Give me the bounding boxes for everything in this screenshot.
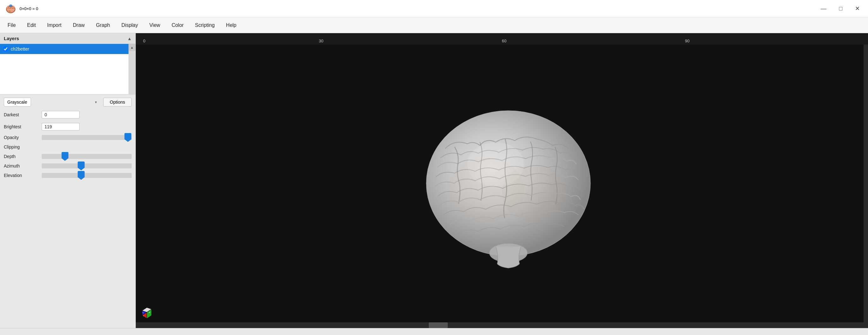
close-button[interactable]: ✕ (852, 4, 863, 13)
app-icon (5, 3, 17, 14)
status-bar (0, 328, 868, 335)
elevation-row: Elevation (4, 173, 132, 178)
elevation-slider-thumb[interactable] (78, 171, 85, 180)
opacity-label: Opacity (4, 135, 38, 140)
layers-scroll-up[interactable]: ▲ (128, 44, 135, 51)
menu-item-color[interactable]: Color (166, 21, 188, 30)
depth-row: Depth (4, 154, 132, 159)
app-title: 0×0×0 = 0 (20, 6, 38, 11)
menu-item-scripting[interactable]: Scripting (190, 21, 220, 30)
title-bar: 0×0×0 = 0 — □ ✕ (0, 0, 868, 18)
darkest-row: Darkest 0 (4, 111, 132, 118)
ruler-tick: 90 (685, 38, 689, 43)
azimuth-label: Azimuth (4, 163, 38, 168)
ruler: 0306090 (136, 33, 868, 45)
opacity-slider-thumb[interactable] (124, 133, 131, 142)
ruler-tick: 0 (143, 38, 145, 43)
menu-item-view[interactable]: View (144, 21, 165, 30)
clipping-label: Clipping (4, 144, 38, 149)
menu-item-import[interactable]: Import (42, 21, 66, 30)
viewport[interactable]: 0306090 (136, 33, 868, 328)
layer-checkbox[interactable] (3, 47, 8, 52)
viewport-horizontal-scrollbar[interactable] (136, 323, 868, 328)
elevation-slider-track[interactable] (42, 173, 132, 178)
darkest-value[interactable]: 0 (42, 111, 80, 118)
svg-rect-2 (9, 5, 12, 7)
opacity-slider-track[interactable] (42, 135, 132, 140)
menu-item-help[interactable]: Help (221, 21, 242, 30)
menu-item-edit[interactable]: Edit (22, 21, 41, 30)
colormap-row: GrayscaleHotCoolJetRainbow Options (4, 97, 132, 107)
depth-slider-thumb[interactable] (62, 152, 68, 161)
colormap-select[interactable]: GrayscaleHotCoolJetRainbow (4, 97, 31, 107)
layers-scrollbar[interactable]: ▲ (128, 44, 135, 94)
layers-section: Layers ▲ ch2better ▲ (0, 33, 135, 94)
layers-header: Layers ▲ (0, 33, 135, 44)
brightest-row: Brightest 119 (4, 123, 132, 131)
layers-and-scroll: ch2better ▲ (0, 44, 135, 94)
azimuth-row: Azimuth (4, 163, 132, 168)
menu-item-graph[interactable]: Graph (91, 21, 115, 30)
viewport-scroll-thumb[interactable] (429, 323, 448, 328)
minimize-button[interactable]: — (817, 4, 830, 13)
brain-canvas (136, 45, 868, 322)
clipping-row: Clipping (4, 144, 132, 149)
ruler-tick: 30 (319, 38, 323, 43)
viewport-vertical-scrollbar[interactable] (864, 45, 868, 323)
menu-item-draw[interactable]: Draw (68, 21, 90, 30)
main-content: Layers ▲ ch2better ▲ GrayscaleHotCoolJet… (0, 33, 868, 328)
elevation-label: Elevation (4, 173, 38, 178)
darkest-label: Darkest (4, 112, 38, 117)
svg-point-7 (502, 164, 565, 221)
title-bar-controls: — □ ✕ (817, 4, 863, 13)
menu-bar: FileEditImportDrawGraphDisplayViewColorS… (0, 18, 868, 33)
title-bar-left: 0×0×0 = 0 (5, 3, 38, 14)
menu-item-file[interactable]: File (2, 21, 21, 30)
ruler-tick: 60 (502, 38, 506, 43)
brightest-label: Brightest (4, 124, 38, 129)
brightest-value[interactable]: 119 (42, 123, 80, 131)
layers-scroll-button[interactable]: ▲ (127, 36, 132, 41)
colormap-select-wrapper[interactable]: GrayscaleHotCoolJetRainbow (4, 97, 100, 107)
layers-title: Layers (4, 36, 19, 41)
sidebar: Layers ▲ ch2better ▲ GrayscaleHotCoolJet… (0, 33, 136, 328)
azimuth-slider-thumb[interactable] (78, 162, 85, 170)
layers-list: ch2better (0, 44, 128, 94)
depth-slider-track[interactable] (42, 154, 132, 159)
layer-label: ch2better (11, 47, 29, 52)
menu-item-display[interactable]: Display (117, 21, 143, 30)
layer-item[interactable]: ch2better (0, 44, 128, 54)
brain-visualization (392, 92, 613, 275)
svg-text:L: L (143, 312, 144, 313)
options-button[interactable]: Options (103, 97, 132, 107)
azimuth-slider-track[interactable] (42, 163, 132, 168)
opacity-row: Opacity (4, 135, 132, 140)
controls-panel: GrayscaleHotCoolJetRainbow Options Darke… (0, 94, 135, 328)
maximize-button[interactable]: □ (836, 4, 845, 13)
depth-label: Depth (4, 154, 38, 159)
orientation-cube: I L P (139, 304, 155, 320)
